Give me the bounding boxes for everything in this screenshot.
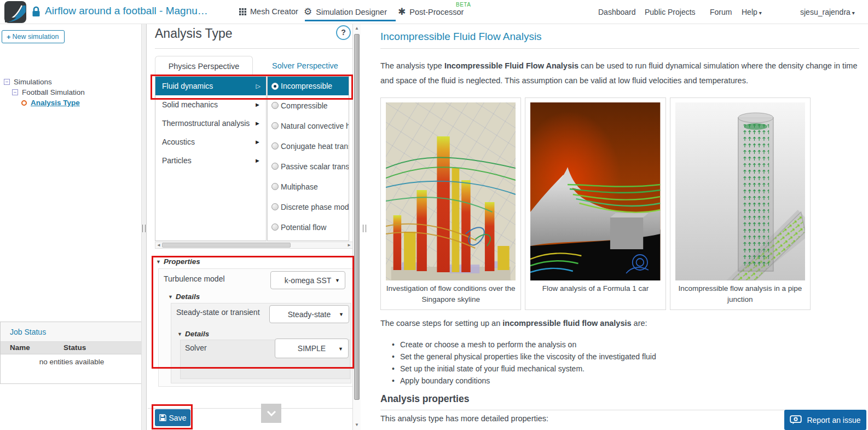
figure-skyline: Investigation of flow conditions over th… [380,98,521,310]
vertical-scrollbar[interactable]: ▲ ▼ [352,24,361,430]
simscale-logo-icon[interactable] [4,1,26,23]
floppy-icon [159,414,166,421]
grid-icon [239,8,246,15]
radio-icon[interactable] [271,223,279,231]
tree-item-analysis-type[interactable]: Analysis Type [21,99,80,107]
horizontal-scrollbar-thumb[interactable] [162,243,291,248]
collapse-icon[interactable] [4,79,10,85]
figure-formula1-image [530,102,660,280]
tab-post-processor-label: Post-Processor [409,8,464,16]
category-solid-mechanics[interactable]: Solid mechanics ► [155,95,266,114]
details1-container: Steady-state or transient Steady-state ▼… [171,303,351,383]
category-acoustics[interactable]: Acoustics ► [155,133,266,151]
analysis-properties-heading: Analysis properties [380,393,469,405]
subtype-compressible[interactable]: Compressible [268,95,349,116]
example-figures: Investigation of flow conditions over th… [380,98,811,310]
details-toggle-1[interactable]: ▼ Details [168,293,200,301]
divider [155,48,353,49]
turbulence-model-select[interactable]: k-omega SST ▼ [270,271,345,289]
subtype-incompressible[interactable]: Incompressible [268,77,349,95]
details-toggle-2[interactable]: ▼ Details [177,330,209,338]
panel-splitter[interactable] [141,24,147,430]
nav-help[interactable]: Help▾ [742,8,762,16]
nav-forum[interactable]: Forum [710,8,732,16]
radio-icon[interactable] [271,122,279,129]
steady-transient-select[interactable]: Steady-state ▼ [269,305,349,323]
radio-icon[interactable] [271,102,279,109]
report-issue-button[interactable]: Report an issue [784,410,866,430]
subtype-conjugate-heat-label: Conjugate heat transfer [281,142,349,151]
panel-splitter[interactable] [361,24,368,430]
divider [380,48,859,49]
new-simulation-button[interactable]: + New simulation [2,30,65,43]
user-menu[interactable]: sjesu_rajendra▾ [800,8,855,16]
user-name: sjesu_rajendra [800,8,850,16]
tab-mesh-creator[interactable]: Mesh Creator [239,7,298,16]
tab-solver-perspective[interactable]: Solver Perspective [257,56,353,76]
tab-physics-perspective[interactable]: Physics Perspective [155,56,253,76]
subtype-discrete-phase-label: Discrete phase model [281,203,349,211]
tree-item-analysis-type-label: Analysis Type [31,99,80,107]
splitter-grip-icon [142,225,146,232]
radio-icon[interactable] [271,142,279,150]
subtype-natural-convective[interactable]: Natural convective heat transfer [268,116,349,136]
solver-label: Solver [185,343,207,352]
list-item: Apply boundary conditions [392,377,656,385]
properties-toggle[interactable]: ▼ Properties [156,257,200,266]
tab-simulation-designer-label: Simulation Designer [316,8,387,16]
solver-value: SIMPLE [298,344,326,353]
scroll-right-icon[interactable]: ► [347,242,351,248]
submenu-arrow-icon: ► [254,139,261,145]
tab-simulation-designer[interactable]: ⚙ Simulation Designer [304,7,387,16]
horizontal-scrollbar[interactable]: ◄ ► [155,242,353,249]
scroll-down-icon[interactable]: ▼ [355,422,359,427]
divider [148,408,352,409]
radio-selected-icon[interactable] [271,83,279,90]
submenu-arrow-icon: ► [254,120,261,127]
tab-post-processor[interactable]: ✱ Post-Processor [398,7,464,16]
scroll-up-icon[interactable]: ▲ [355,26,359,31]
help-button[interactable]: ? [336,25,351,40]
nav-dashboard[interactable]: Dashboard [598,8,636,16]
subtype-conjugate-heat[interactable]: Conjugate heat transfer [268,136,349,156]
triangle-down-icon: ▼ [177,331,182,337]
nav-public-projects[interactable]: Public Projects [645,8,696,16]
steps-intro-post: are: [632,319,647,328]
gear-burst-icon: ✱ [398,7,406,16]
radio-icon[interactable] [271,183,279,190]
category-fluid-dynamics[interactable]: Fluid dynamics ▷ [155,77,266,95]
subtype-potential-flow[interactable]: Potential flow [268,217,349,237]
scroll-left-icon[interactable]: ◄ [157,242,161,248]
splitter-grip-icon [363,225,366,232]
figure-pipe-junction-caption: Incompressible flow analysis in a pipe j… [675,280,805,305]
collapse-panel-button[interactable] [261,404,281,423]
job-status-header-row: Name Status [1,342,143,354]
vertical-scrollbar-thumb[interactable] [354,34,360,400]
tree-item-simulations[interactable]: Simulations [4,78,52,86]
beta-badge: BETA [456,2,471,8]
documentation-pane: Incompressible Fluid Flow Analysis The a… [368,24,868,430]
tree-item-football-simulation-label: Football Simulation [22,88,85,96]
collapse-icon[interactable] [12,89,18,95]
steps-intro-bold: incompressible fluid flow analysis [502,319,631,328]
subtype-discrete-phase[interactable]: Discrete phase model [268,197,349,217]
tab-mesh-creator-label: Mesh Creator [250,7,298,16]
tree-item-football-simulation[interactable]: Football Simulation [12,88,85,96]
left-sidebar: + New simulation Simulations Football Si… [0,24,142,430]
submenu-arrow-icon: ► [254,101,261,108]
subtype-incompressible-label: Incompressible [281,82,332,90]
doc-intro-pre: The analysis type [380,61,444,70]
subtype-compressible-label: Compressible [281,101,328,110]
category-particles[interactable]: Particles ► [155,151,266,170]
save-button[interactable]: Save [155,409,190,426]
gears-icon: ⚙ [304,7,312,16]
solver-select[interactable]: SIMPLE ▼ [275,339,349,358]
subtype-passive-scalar[interactable]: Passive scalar transport [268,156,349,176]
details2-header: Details [185,330,209,338]
setup-steps-list: Create or choose a mesh to perform the a… [392,341,656,389]
category-thermostructural[interactable]: Thermostructural analysis ► [155,114,266,133]
subtype-multiphase[interactable]: Multiphase [268,176,349,197]
top-bar: Airflow around a football - Magnu… Mesh … [0,0,868,24]
radio-icon[interactable] [271,163,279,170]
radio-icon[interactable] [271,203,279,210]
